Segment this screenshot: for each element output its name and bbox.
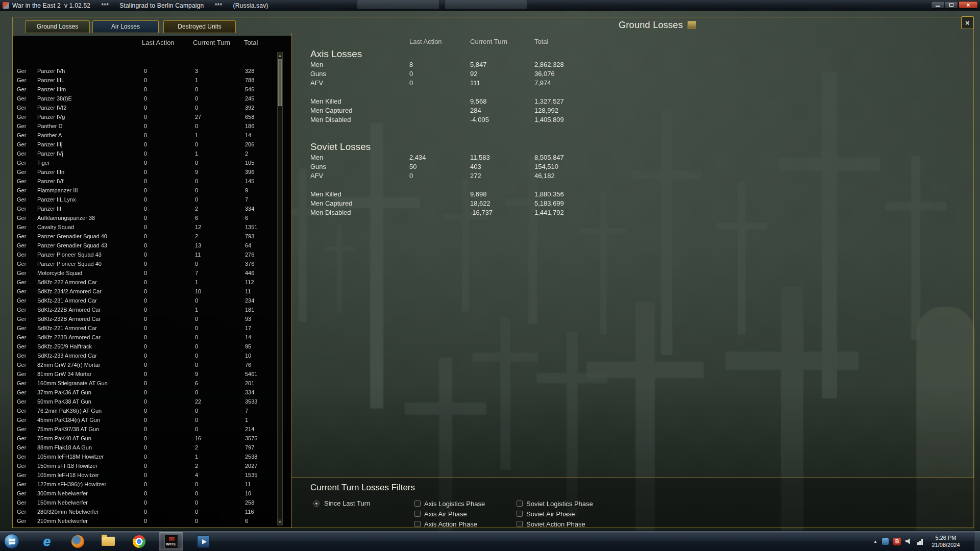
phase-filter-checkbox[interactable]: Axis Action Phase — [414, 519, 517, 529]
checkbox-icon[interactable] — [517, 521, 523, 527]
row-current-turn: 0 — [195, 516, 198, 525]
checkbox-icon[interactable] — [517, 511, 523, 517]
table-row[interactable]: Ger Panzer IIIL 0 1 788 — [13, 76, 291, 85]
table-row[interactable]: Ger Cavalry Squad 0 12 1351 — [13, 222, 291, 232]
chrome-icon[interactable] — [127, 532, 151, 550]
table-row[interactable]: Ger Panzer IIIn 0 9 396 — [13, 167, 291, 177]
table-row[interactable]: Ger Panzer IVj 0 1 2 — [13, 149, 291, 158]
phase-filter-checkbox[interactable]: Axis Logistics Phase — [414, 498, 517, 509]
table-row[interactable]: Ger Panzer IIIj 0 0 206 — [13, 140, 291, 149]
internet-explorer-icon[interactable]: e — [35, 532, 59, 550]
table-row[interactable]: Ger SdKfz-250/9 Halftrack 0 0 95 — [13, 342, 291, 351]
table-row[interactable]: Ger Panzer IVg 0 27 658 — [13, 112, 291, 121]
table-row[interactable]: Ger Panzer IIL Lynx 0 0 7 — [13, 195, 291, 204]
table-row[interactable]: Ger SdKfz-221 Armored Car 0 0 17 — [13, 323, 291, 333]
table-row[interactable]: Ger Panzer IVf2 0 0 392 — [13, 103, 291, 112]
minimize-button[interactable] — [931, 1, 944, 9]
table-row[interactable]: Ger 105mm leFH18 Howitzer 0 4 1535 — [13, 470, 291, 480]
phase-filter-checkbox[interactable]: Soviet Action Phase — [517, 519, 639, 529]
firefox-icon[interactable] — [65, 532, 90, 550]
table-row[interactable]: Ger Tiger 0 0 105 — [13, 158, 291, 167]
table-row[interactable]: Ger 280/320mm Nebelwerfer 0 0 116 — [13, 507, 291, 516]
row-current-turn: 0 — [195, 333, 198, 342]
table-row[interactable]: Ger SdKfz-234/2 Armored Car 0 10 11 — [13, 287, 291, 296]
row-nationality: Ger — [17, 112, 26, 121]
show-desktop-button[interactable] — [974, 531, 980, 551]
table-row[interactable]: Ger Flammpanzer III 0 0 9 — [13, 186, 291, 195]
tab-air-losses[interactable]: Air Losses — [92, 20, 159, 33]
table-row[interactable]: Ger 122mm sFH396(r) Howitzer 0 0 11 — [13, 480, 291, 489]
checkbox-icon[interactable] — [517, 500, 523, 507]
antivirus-tray-icon[interactable]: B — [893, 538, 901, 545]
phase-filter-checkbox[interactable]: Axis Air Phase — [414, 509, 517, 519]
table-row[interactable]: Ger Panzer IVf 0 0 145 — [13, 177, 291, 186]
checkbox-icon[interactable] — [414, 511, 421, 517]
scrollbar-thumb[interactable] — [278, 59, 282, 106]
volume-icon[interactable] — [905, 538, 913, 545]
hidden-icons-arrow[interactable]: ▲ — [873, 539, 877, 544]
row-equipment-name: 210mm Nebelwerfer — [37, 516, 88, 525]
row-current-turn: 0 — [195, 498, 198, 507]
checkbox-icon[interactable] — [414, 500, 421, 507]
scroll-down-icon[interactable]: ▼ — [278, 519, 282, 525]
table-row[interactable]: Ger SdKfz-231 Armored Car 0 0 234 — [13, 296, 291, 305]
table-row[interactable]: Ger 105mm leFH18M Howitzer 0 1 2538 — [13, 452, 291, 461]
file-explorer-icon[interactable] — [96, 532, 120, 550]
table-row[interactable]: Ger SdKfz-222 Armored Car 0 1 112 — [13, 278, 291, 287]
table-row[interactable]: Ger 76.2mm PaK36(r) AT Gun 0 0 7 — [13, 406, 291, 415]
table-row[interactable]: Ger Aufklaerungspanzer 38 0 6 6 — [13, 213, 291, 222]
table-scrollbar[interactable]: ▲ ▼ — [277, 52, 283, 525]
table-row[interactable]: Ger Panzer Pioneer Squad 40 0 0 376 — [13, 259, 291, 268]
table-row[interactable]: Ger SdKfz-233 Armored Car 0 0 10 — [13, 351, 291, 360]
radio-icon[interactable] — [313, 500, 320, 507]
taskbar-clock[interactable]: 5:26 PM 21/08/2024 — [925, 534, 967, 548]
table-row[interactable]: Ger SdKfz-232B Armored Car 0 0 93 — [13, 314, 291, 323]
table-row[interactable]: Ger 300mm Nebelwerfer 0 0 10 — [13, 489, 291, 498]
table-row[interactable]: Ger Panzer 38(t)E 0 0 245 — [13, 94, 291, 103]
since-last-turn-radio[interactable]: Since Last Turn — [313, 499, 370, 507]
table-row[interactable]: Ger 37mm PaK36 AT Gun 0 0 334 — [13, 388, 291, 397]
wite-game-icon[interactable]: WITE — [159, 532, 183, 550]
table-row[interactable]: Ger Panzer IVh 0 3 328 — [13, 66, 291, 76]
checkbox-icon[interactable] — [414, 521, 421, 527]
table-row[interactable]: Ger 160mm Stielgranate AT Gun 0 6 201 — [13, 379, 291, 388]
action-center-icon[interactable] — [882, 538, 889, 545]
phase-filter-checkbox[interactable]: Soviet Air Phase — [517, 509, 639, 519]
table-row[interactable]: Ger Panzer IIf 0 2 334 — [13, 204, 291, 213]
table-row[interactable]: Ger Panzer IIIm 0 0 546 — [13, 85, 291, 94]
table-row[interactable]: Ger 210mm Nebelwerfer 0 0 6 — [13, 516, 291, 525]
report-icon[interactable] — [688, 21, 696, 29]
table-row[interactable]: Ger Panther D 0 0 186 — [13, 121, 291, 131]
table-row[interactable]: Ger Panzer Pioneer Squad 43 0 11 276 — [13, 250, 291, 259]
network-icon[interactable] — [917, 538, 923, 545]
table-row[interactable]: Ger Motorcycle Squad 0 7 446 — [13, 268, 291, 278]
table-row[interactable]: Ger 50mm PaK38 AT Gun 0 22 3533 — [13, 397, 291, 406]
row-last-action: 0 — [144, 66, 147, 76]
row-nationality: Ger — [17, 369, 26, 379]
row-last-action: 0 — [144, 507, 147, 516]
table-row[interactable]: Ger 82mm GrW 274(r) Mortar 0 0 76 — [13, 360, 291, 369]
table-row[interactable]: Ger 88mm Flak18 AA Gun 0 2 797 — [13, 443, 291, 452]
scroll-up-icon[interactable]: ▲ — [278, 53, 282, 58]
table-row[interactable]: Ger SdKfz-222B Armored Car 0 1 181 — [13, 305, 291, 314]
table-row[interactable]: Ger 150mm Nebelwerfer 0 0 258 — [13, 498, 291, 507]
table-row[interactable]: Ger 45mm PaK184(r) AT Gun 0 0 1 — [13, 415, 291, 424]
table-row[interactable]: Ger 75mm PaK97/38 AT Gun 0 0 214 — [13, 424, 291, 434]
maximize-button[interactable] — [945, 1, 958, 9]
tab-destroyed-units[interactable]: Destroyed Units — [163, 20, 236, 33]
table-row[interactable]: Ger SdKfz-223B Armored Car 0 0 14 — [13, 333, 291, 342]
table-row[interactable]: Ger Panzer Grenadier Squad 40 0 2 793 — [13, 232, 291, 241]
table-row[interactable]: Ger 75mm PaK40 AT Gun 0 16 3575 — [13, 434, 291, 443]
row-last-action: 0 — [144, 213, 147, 222]
close-window-button[interactable]: × — [959, 1, 978, 9]
table-row[interactable]: Ger Panzer Grenadier Squad 43 0 13 64 — [13, 241, 291, 250]
tab-ground-losses[interactable]: Ground Losses — [25, 20, 90, 33]
phase-filter-checkbox[interactable]: Soviet Logistics Phase — [517, 498, 639, 509]
start-button[interactable] — [4, 534, 19, 549]
table-row[interactable]: Ger 150mm sFH18 Howitzer 0 2 2027 — [13, 461, 291, 470]
media-player-icon[interactable] — [191, 532, 215, 550]
close-screen-button[interactable]: × — [961, 16, 974, 29]
table-row[interactable]: Ger Panther A 0 1 14 — [13, 131, 291, 140]
row-nationality: Ger — [17, 76, 26, 85]
table-row[interactable]: Ger 81mm GrW 34 Mortar 0 9 5461 — [13, 369, 291, 379]
